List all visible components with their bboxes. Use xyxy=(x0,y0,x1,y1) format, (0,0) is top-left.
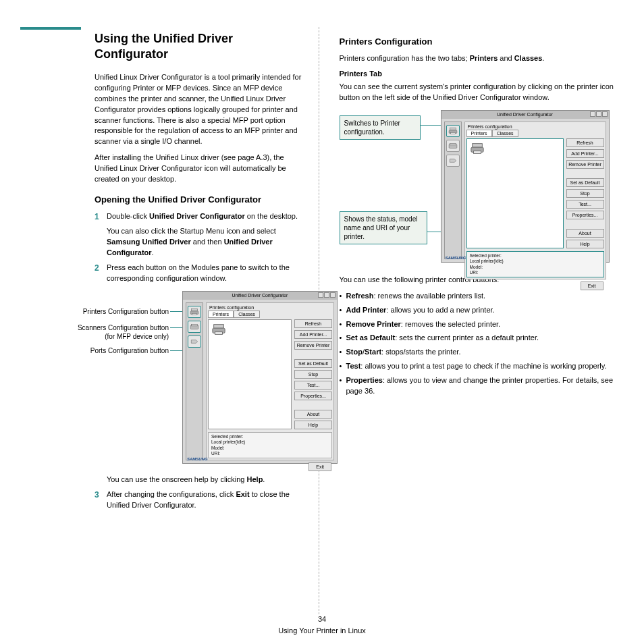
printers-config-intro: Printers configuration has the two tabs;… xyxy=(340,53,618,64)
printer-list[interactable] xyxy=(466,138,564,248)
exit-button[interactable]: Exit xyxy=(581,281,603,290)
help-button[interactable]: Help xyxy=(566,240,604,248)
intro-paragraph-1: Unified Linux Driver Configurator is a t… xyxy=(95,72,305,148)
subheading-printers-config: Printers Configuration xyxy=(340,36,618,48)
step-1-sub: You can also click the Startup Menu icon… xyxy=(107,226,305,259)
modules-pane xyxy=(186,302,203,460)
label-scanners-config: Scanners Configuration button (for MFP d… xyxy=(34,323,169,341)
svg-rect-4 xyxy=(191,324,197,325)
step-1: 1 Double-click Unified Driver Configurat… xyxy=(95,211,305,259)
printer-icon xyxy=(211,323,226,336)
callout-switches: Switches to Printer configuration. xyxy=(340,115,421,140)
screenshot-configurator-modules: Printers Configuration button Scanners C… xyxy=(41,291,305,465)
step-2: 2 Press each button on the Modules pane … xyxy=(95,263,305,284)
stop-button[interactable]: Stop xyxy=(566,189,604,198)
about-button[interactable]: About xyxy=(566,229,604,238)
screenshot-printers-config: Switches to Printer configuration. Shows… xyxy=(340,110,618,265)
intro-paragraph-2: After installing the Unified Linux drive… xyxy=(95,153,305,185)
test-button[interactable]: Test... xyxy=(566,200,604,209)
printer-icon xyxy=(190,308,199,316)
svg-rect-15 xyxy=(473,151,481,153)
set-default-button[interactable]: Set as Default xyxy=(566,178,604,187)
svg-rect-2 xyxy=(192,313,197,315)
window-titlebar: Unified Driver Configurator xyxy=(441,111,609,119)
modules-pane xyxy=(444,122,462,259)
page-number: 34 xyxy=(0,614,644,625)
label-printers-config: Printers Configuration button xyxy=(34,307,169,316)
tab-classes[interactable]: Classes xyxy=(234,311,260,318)
list-item: Properties: allows you to view and chang… xyxy=(340,375,618,397)
page-footer: 34 Using Your Printer in Linux xyxy=(0,614,644,636)
list-item: Test: allows you to print a test page to… xyxy=(340,361,618,372)
svg-rect-13 xyxy=(472,143,482,147)
port-icon xyxy=(190,338,199,346)
control-buttons-list: Refresh: renews the available printers l… xyxy=(340,291,618,398)
scanner-icon xyxy=(190,323,199,331)
tab-classes[interactable]: Classes xyxy=(492,130,518,137)
chapter-title: Using Your Printer in Linux xyxy=(0,625,644,637)
close-icon[interactable] xyxy=(602,111,608,117)
step-number: 3 xyxy=(95,489,99,501)
tab-printers[interactable]: Printers xyxy=(208,311,234,318)
printer-list[interactable] xyxy=(208,319,292,429)
svg-rect-12 xyxy=(450,143,456,144)
tab-printers[interactable]: Printers xyxy=(466,130,492,137)
refresh-button[interactable]: Refresh xyxy=(566,138,604,147)
printers-config-button[interactable] xyxy=(446,125,460,137)
minimize-icon[interactable] xyxy=(590,111,595,117)
scanners-config-button[interactable] xyxy=(446,140,460,152)
port-icon xyxy=(448,157,458,165)
list-item: Add Printer: allows you to add a new pri… xyxy=(340,305,618,316)
subheading-printers-tab: Printers Tab xyxy=(340,70,618,78)
svg-rect-0 xyxy=(191,308,197,311)
subheading-opening: Opening the Unified Driver Configurator xyxy=(95,194,305,206)
list-item: Remove Printer: removes the selected pri… xyxy=(340,319,618,330)
svg-rect-8 xyxy=(450,128,456,130)
properties-button[interactable]: Properties... xyxy=(566,211,604,219)
section-rule xyxy=(20,27,81,30)
samsung-logo: SAMSUNG xyxy=(446,256,466,260)
samsung-logo: SAMSUNG xyxy=(187,457,208,461)
step-number: 1 xyxy=(95,211,99,223)
svg-rect-5 xyxy=(214,324,224,328)
printers-tab-para: You can see the current system's printer… xyxy=(340,82,618,103)
panel-label: Printers configuration xyxy=(208,304,332,311)
panel-label: Printers configuration xyxy=(466,124,604,130)
ports-config-button[interactable] xyxy=(188,336,201,348)
step-3: 3 After changing the configurations, cli… xyxy=(95,489,305,511)
svg-rect-10 xyxy=(450,132,455,134)
selected-printer-box: Selected printer: Local printer(idle) Mo… xyxy=(466,251,604,278)
printer-icon xyxy=(448,127,458,135)
list-item: Stop/Start: stops/starts the printer. xyxy=(340,347,618,358)
list-item: Set as Default: sets the current printer… xyxy=(340,333,618,344)
printers-config-button[interactable] xyxy=(188,306,201,318)
scanner-icon xyxy=(448,142,458,150)
window-titlebar: Unified Driver Configurator xyxy=(183,292,337,300)
main-heading: Using the Unified Driver Configurator xyxy=(95,31,305,63)
step-number: 2 xyxy=(95,263,99,274)
maximize-icon[interactable] xyxy=(596,111,601,117)
svg-rect-7 xyxy=(215,331,223,334)
list-item: Refresh: renews the available printers l… xyxy=(340,291,618,302)
scanners-config-button[interactable] xyxy=(188,321,201,333)
selected-printer-box: Selected printer: Local printer(idle) Mo… xyxy=(208,432,332,459)
callout-shows-status: Shows the status, model name and URI of … xyxy=(340,211,427,244)
add-printer-button[interactable]: Add Printer... xyxy=(566,149,604,158)
printer-icon xyxy=(470,142,485,155)
help-note: You can use the onscreen help by clickin… xyxy=(95,475,305,485)
label-ports-config: Ports Configuration button xyxy=(34,346,169,355)
remove-printer-button[interactable]: Remove Printer xyxy=(566,160,604,169)
ports-config-button[interactable] xyxy=(446,155,460,167)
